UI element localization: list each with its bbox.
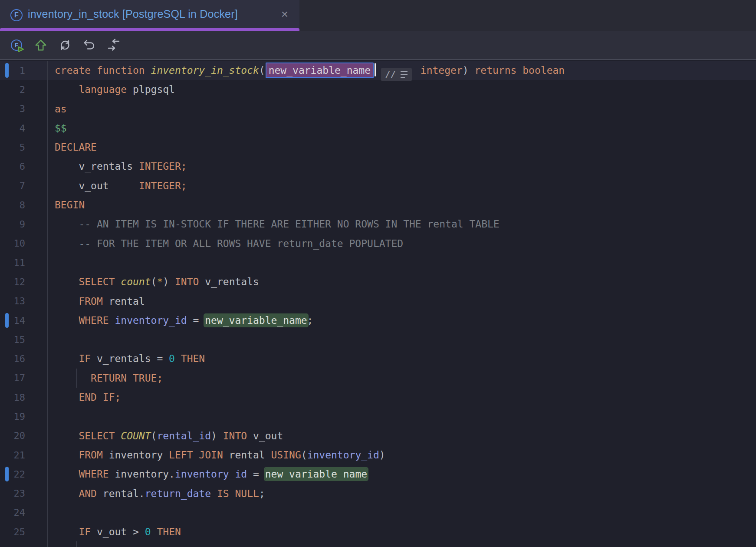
code-token: create function (55, 65, 151, 76)
gutter: 5 (0, 138, 48, 157)
swap-arrows-icon (106, 38, 121, 53)
undo-button[interactable] (82, 37, 97, 53)
occurrence-highlight: new_variable_name (205, 315, 307, 326)
occurrence-highlight: new_variable_name (265, 468, 367, 480)
code-token (211, 488, 217, 499)
tab-inventory-in-stock[interactable]: F inventory_in_stock [PostgreSQL in Dock… (0, 0, 299, 31)
gutter: 14 (0, 311, 48, 330)
close-icon[interactable]: × (276, 0, 293, 28)
code-token: WHERE (79, 468, 108, 480)
gutter: 18 (0, 388, 48, 407)
code-token (55, 84, 79, 95)
indent-guide (76, 369, 77, 388)
line-number: 11 (0, 257, 25, 268)
code-token: v_out (55, 180, 139, 191)
code-token (55, 238, 79, 249)
code-token: ( (151, 430, 157, 442)
code-line: 14 WHERE inventory_id = new_variable_nam… (0, 311, 756, 330)
tab-bar: F inventory_in_stock [PostgreSQL in Dock… (0, 0, 756, 31)
code-text (48, 407, 756, 426)
code-line: 20 SELECT COUNT(rental_id) INTO v_out (0, 426, 756, 445)
line-number: 12 (0, 277, 25, 287)
code-text (48, 541, 756, 547)
code-token: v_rentals (199, 276, 259, 287)
gutter (0, 541, 48, 547)
code-token: language (79, 84, 127, 95)
rename-inplace-field[interactable]: new_variable_name (266, 63, 374, 78)
line-number: 23 (0, 488, 25, 499)
code-text: SELECT count(*) INTO v_rentals (48, 272, 756, 291)
code-text (48, 253, 756, 272)
gutter: 20 (0, 426, 48, 445)
code-token: rental. (97, 488, 145, 499)
gutter: 19 (0, 407, 48, 426)
code-token: = (247, 468, 265, 480)
code-line: 1create function inventory_in_stock(new_… (0, 61, 756, 80)
line-number: 5 (0, 142, 25, 153)
code-text: IF v_rentals = 0 THEN (48, 349, 756, 368)
jump-to-editor-button[interactable] (106, 37, 122, 53)
code-text: IF v_out > 0 THEN (48, 522, 756, 541)
code-line: 22 WHERE inventory.inventory_id = new_va… (0, 465, 756, 484)
rename-options-chip[interactable]: // (381, 68, 412, 81)
code-token: ( (151, 276, 157, 287)
submit-button[interactable] (33, 37, 49, 53)
code-line: 12 SELECT count(*) INTO v_rentals (0, 272, 756, 291)
code-token: returns boolean (474, 65, 565, 76)
active-tab-underline (0, 28, 299, 31)
line-number: 8 (0, 200, 25, 211)
gutter: 10 (0, 234, 48, 253)
code-token: FROM (79, 449, 102, 461)
code-token (55, 488, 79, 499)
code-editor[interactable]: 1create function inventory_in_stock(new_… (0, 61, 756, 547)
text-caret (375, 63, 376, 76)
code-token: = (187, 315, 205, 326)
line-number: 3 (0, 103, 25, 114)
code-line: 24 (0, 503, 756, 522)
code-token: USING (271, 449, 301, 461)
code-text: -- AN ITEM IS IN-STOCK IF THERE ARE EITH… (48, 214, 756, 234)
play-icon (17, 46, 25, 53)
code-text: DECLARE (48, 138, 756, 157)
code-line: 19 (0, 407, 756, 426)
code-line: 23 AND rental.return_date IS NULL; (0, 484, 756, 503)
line-number: 17 (0, 372, 25, 383)
code-token: return_date (145, 488, 211, 499)
code-text: FROM rental (48, 292, 756, 311)
code-token: IF (79, 526, 91, 537)
run-function-button[interactable]: F (9, 37, 24, 53)
refresh-button[interactable] (57, 37, 73, 53)
line-number: 7 (0, 180, 25, 191)
editor-toolbar: F (0, 31, 756, 60)
gutter: 24 (0, 503, 48, 522)
code-token: inventory. (109, 468, 175, 480)
code-token (55, 372, 91, 384)
gutter: 23 (0, 484, 48, 503)
line-number: 14 (0, 315, 25, 326)
line-number: 21 (0, 450, 25, 461)
code-line: 13 FROM rental (0, 292, 756, 311)
code-line: 9 -- AN ITEM IS IN-STOCK IF THERE ARE EI… (0, 214, 756, 234)
undo-icon (82, 38, 96, 52)
code-token: SELECT (79, 276, 121, 287)
line-number: 10 (0, 238, 25, 249)
code-token (55, 430, 79, 442)
code-token: IS NULL (217, 488, 259, 499)
code-token (55, 468, 79, 480)
code-token: -- AN ITEM IS IN-STOCK IF THERE ARE EITH… (79, 218, 499, 230)
code-line: 2 language plpgsql (0, 80, 756, 99)
gutter-change-marker (5, 467, 9, 481)
code-token: COUNT (121, 430, 151, 442)
gutter: 7 (0, 176, 48, 195)
line-number: 19 (0, 411, 25, 422)
line-number: 2 (0, 84, 25, 95)
code-token: as (55, 103, 67, 115)
code-token: inventory_id (307, 449, 379, 461)
gutter: 12 (0, 272, 48, 291)
code-line: 8BEGIN (0, 195, 756, 214)
code-token: inventory (103, 449, 169, 461)
gutter: 25 (0, 522, 48, 541)
code-token: inventory_in_stock (151, 65, 259, 76)
code-token (414, 65, 421, 76)
indent-guide (76, 541, 77, 547)
